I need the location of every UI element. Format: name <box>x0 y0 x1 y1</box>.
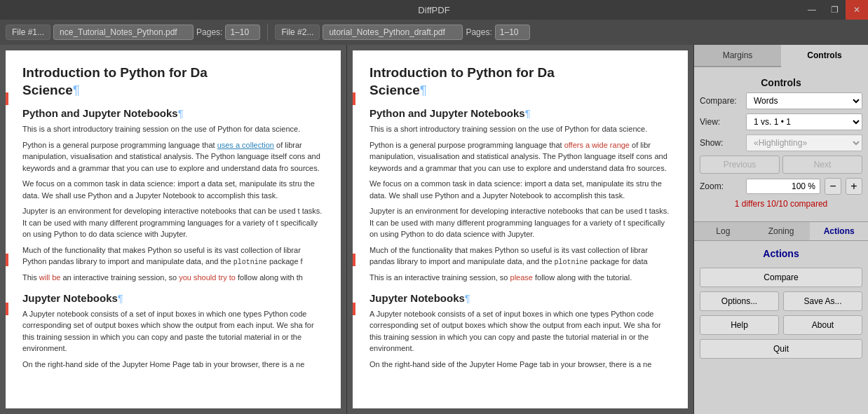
file2-pages-input[interactable] <box>495 25 530 40</box>
compare-select[interactable]: Words Characters Appearance <box>746 92 862 109</box>
show-label: Show: <box>700 138 742 148</box>
options-save-row: Options... Save As... <box>700 291 862 311</box>
zoom-row: Zoom: 100 % − + <box>700 178 862 195</box>
file1-name: nce_Tutorial_Notes_Python.pdf <box>53 25 194 40</box>
toolbar-separator <box>267 24 268 41</box>
compare-button[interactable]: Compare <box>700 268 862 287</box>
previous-button[interactable]: Previous <box>700 156 780 174</box>
view-select[interactable]: 1 vs. 1 • 1 1 vs. 2 • 1 <box>746 113 862 130</box>
minimize-button[interactable]: — <box>801 0 823 20</box>
diff-mark-6 <box>353 303 355 315</box>
pdf1-para3: Jupyter is an environment for developing… <box>22 205 324 240</box>
pdf-panel-1: Introduction to Python for Da Science¶ P… <box>0 45 347 414</box>
pdf2-jupyter-para2: On the right-hand side of the Jupyter Ho… <box>369 359 671 371</box>
zoom-value: 100 % <box>746 179 820 194</box>
zoom-label: Zoom: <box>700 181 742 191</box>
options-button[interactable]: Options... <box>700 291 779 311</box>
file2-button[interactable]: File #2... <box>275 25 320 40</box>
pdf1-para4: Much of the functionality that makes Pyt… <box>22 244 324 268</box>
diff-mark-3 <box>6 303 8 315</box>
pdf1-jupyter-para: A Jupyter notebook consists of a set of … <box>22 308 324 354</box>
tab-log[interactable]: Log <box>694 222 752 240</box>
file1-pages-label: Pages: <box>196 27 222 37</box>
pdf1-jupyter-para2: On the right-hand side of the Jupyter Ho… <box>22 359 324 371</box>
actions-title: Actions <box>700 247 862 263</box>
pdf2-para5: This is an interactive training session,… <box>369 272 671 284</box>
controls-title: Controls <box>700 73 862 92</box>
pdf-panel-2: Introduction to Python for Da Science¶ P… <box>347 45 694 414</box>
pdf1-heading3: Jupyter Notebooks¶ <box>22 292 324 304</box>
view-row: View: 1 vs. 1 • 1 1 vs. 2 • 1 <box>700 113 862 130</box>
pdf1-para2: We focus on a common task in data scienc… <box>22 178 324 201</box>
pdf-content-2: Introduction to Python for Da Science¶ P… <box>353 50 688 408</box>
pdf2-para4: Much of the functionality that makes Pyt… <box>369 244 671 268</box>
bottom-tab-row: Log Zoning Actions <box>694 221 868 241</box>
diff-mark-4 <box>353 92 355 105</box>
file1-group: File #1... nce_Tutorial_Notes_Python.pdf… <box>6 25 260 40</box>
show-row: Show: «Highlighting» <box>700 134 862 151</box>
pdf-content-1: Introduction to Python for Da Science¶ P… <box>6 50 341 408</box>
diff-mark-2 <box>6 254 8 266</box>
view-label: View: <box>700 117 742 127</box>
quit-button[interactable]: Quit <box>700 339 862 359</box>
pdf2-heading2: Python and Jupyter Notebooks¶ <box>369 107 671 119</box>
pdf1-heading2: Python and Jupyter Notebooks¶ <box>22 107 324 119</box>
nav-row: Previous Next <box>700 156 862 174</box>
zoom-plus-button[interactable]: + <box>846 178 862 195</box>
file1-pages-input[interactable] <box>225 25 260 40</box>
show-select[interactable]: «Highlighting» <box>746 134 862 151</box>
main-area: Introduction to Python for Da Science¶ P… <box>0 45 868 414</box>
controls-panel: Controls Compare: Words Characters Appea… <box>694 67 868 220</box>
pdf1-para1: Python is a general purpose programming … <box>22 139 324 174</box>
top-tab-row: Margins Controls <box>694 45 868 67</box>
compare-label: Compare: <box>700 96 742 106</box>
window-controls: — ❐ ✕ <box>801 0 868 20</box>
file2-name: utorial_Notes_Python_draft.pdf <box>323 25 463 40</box>
diff-mark-5 <box>353 254 355 266</box>
help-button[interactable]: Help <box>700 315 779 335</box>
right-panel: Margins Controls Controls Compare: Words… <box>694 45 868 414</box>
help-about-row: Help About <box>700 315 862 335</box>
toolbar: File #1... nce_Tutorial_Notes_Python.pdf… <box>0 20 868 45</box>
app-title: DiffPDF <box>418 5 449 15</box>
pdf2-jupyter-para: A Jupyter notebook consists of a set of … <box>369 308 671 354</box>
titlebar: DiffPDF — ❐ ✕ <box>0 0 868 20</box>
file2-pages-label: Pages: <box>466 27 491 37</box>
actions-panel: Actions Compare Options... Save As... He… <box>694 241 868 364</box>
pdf2-intro: This is a short introductory training se… <box>369 123 671 135</box>
diff-info: 1 differs 10/10 compared <box>700 199 862 209</box>
compare-row: Compare: Words Characters Appearance <box>700 92 862 109</box>
pdf1-heading1: Introduction to Python for Da Science¶ <box>22 64 324 99</box>
pdf2-para2: We focus on a common task in data scienc… <box>369 178 671 201</box>
zoom-minus-button[interactable]: − <box>825 178 841 195</box>
tab-margins[interactable]: Margins <box>694 45 781 67</box>
save-as-button[interactable]: Save As... <box>783 291 862 311</box>
pdf2-heading3: Jupyter Notebooks¶ <box>369 292 671 304</box>
file1-button[interactable]: File #1... <box>6 25 50 40</box>
about-button[interactable]: About <box>783 315 862 335</box>
restore-button[interactable]: ❐ <box>823 0 846 20</box>
pdf1-intro: This is a short introductory training se… <box>22 123 324 135</box>
tab-zoning[interactable]: Zoning <box>752 222 811 240</box>
file2-group: File #2... utorial_Notes_Python_draft.pd… <box>275 25 529 40</box>
pdf2-heading1: Introduction to Python for Da Science¶ <box>369 64 671 99</box>
close-button[interactable]: ✕ <box>846 0 868 20</box>
pdf2-para1: Python is a general purpose programming … <box>369 139 671 174</box>
diff-mark-1 <box>6 92 8 105</box>
pdf2-para3: Jupyter is an environment for developing… <box>369 205 671 240</box>
tab-controls[interactable]: Controls <box>781 45 868 67</box>
next-button[interactable]: Next <box>782 156 862 174</box>
tab-actions[interactable]: Actions <box>810 222 868 240</box>
pdf1-para5: This will be an interactive training ses… <box>22 272 324 284</box>
